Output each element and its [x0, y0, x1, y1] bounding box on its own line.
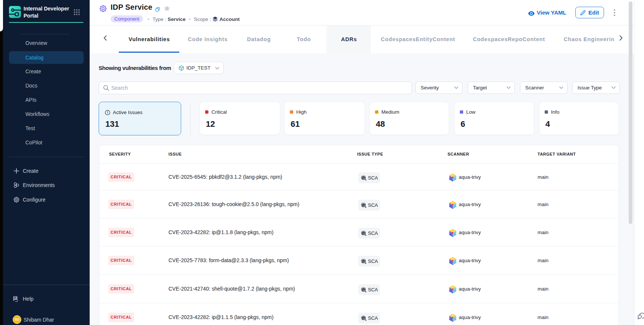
svg-text:?: ?	[14, 296, 16, 300]
